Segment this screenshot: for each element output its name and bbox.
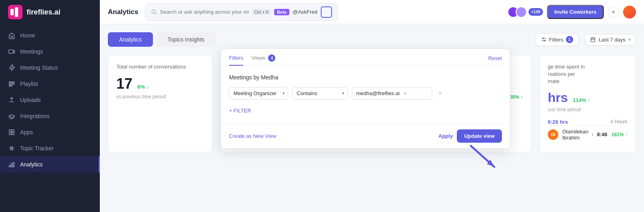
- sidebar-item-home[interactable]: Home: [0, 27, 100, 44]
- teammate-change-dir: ↑: [520, 94, 523, 100]
- user-avatar[interactable]: [623, 6, 636, 19]
- right-teammate-name: Olamilekan Ibrahim: [562, 129, 588, 141]
- svg-rect-11: [9, 165, 10, 167]
- right-stat-prev: ous time period: [548, 107, 627, 112]
- tab-topics-insights[interactable]: Topics Insights: [156, 32, 216, 47]
- svg-point-17: [543, 38, 544, 39]
- right-change-dir: ↑: [625, 132, 627, 137]
- stat-label: Total number of conversations: [116, 63, 204, 71]
- svg-rect-1: [10, 9, 14, 15]
- sidebar-item-uploads[interactable]: Uploads: [0, 92, 100, 108]
- right-stat-value-row: hrs 114% ↑: [548, 90, 627, 105]
- svg-rect-9: [9, 133, 11, 135]
- date-range-button[interactable]: Last 7 days ▾: [585, 34, 636, 46]
- square-button[interactable]: [321, 6, 332, 18]
- tab-analytics[interactable]: Analytics: [108, 32, 153, 47]
- total-conversations-card: Total number of conversations 17 6% ↑ vs…: [108, 55, 213, 152]
- right-stat-change: 114% ↑: [573, 97, 590, 103]
- logo[interactable]: fireflies.ai: [0, 0, 100, 24]
- right-stat-label: ge time spent inrsations permate: [548, 63, 627, 85]
- sidebar-item-uploads-label: Uploads: [20, 97, 41, 103]
- stat-change-pct: 6%: [138, 84, 145, 90]
- right-bar-wrap: [592, 133, 593, 136]
- main-content: Analytics Ctrl + K Beta @AskFred +149 In…: [100, 0, 644, 212]
- svg-point-14: [152, 10, 155, 13]
- svg-rect-5: [9, 83, 14, 85]
- sidebar-item-apps[interactable]: Apps: [0, 124, 100, 140]
- filter-view-name: Meetings by Medha: [229, 74, 502, 81]
- filters-button[interactable]: Filters 1: [536, 33, 578, 46]
- sidebar-item-playlist[interactable]: Playlist: [0, 76, 100, 92]
- sidebar-item-analytics[interactable]: Analytics: [0, 156, 100, 173]
- sidebar-item-topic-tracker[interactable]: Topic Tracker: [0, 140, 100, 156]
- apply-button[interactable]: Apply: [438, 133, 453, 139]
- update-view-button[interactable]: Update view: [457, 129, 502, 143]
- video-icon: [8, 48, 15, 55]
- search-bar[interactable]: Ctrl + K Beta @AskFred: [145, 3, 338, 21]
- stat-value: 17: [116, 75, 132, 92]
- beta-badge: Beta: [274, 9, 289, 15]
- hash-label: # Hours: [611, 119, 627, 125]
- add-button[interactable]: +: [608, 6, 619, 18]
- hash-icon: [8, 145, 15, 152]
- right-teammate-bar: [592, 133, 593, 136]
- header-actions: +149 Invite Coworkers +: [508, 5, 636, 19]
- invite-coworkers-button[interactable]: Invite Coworkers: [547, 5, 604, 19]
- logo-text: fireflies.ai: [27, 8, 60, 17]
- svg-rect-10: [12, 133, 14, 135]
- filter-value-input[interactable]: medha@fireflies.ai ×: [352, 87, 432, 100]
- filter-count: 1: [566, 36, 573, 43]
- svg-point-18: [544, 40, 545, 41]
- create-view-button[interactable]: Create as New View: [229, 133, 277, 139]
- list-icon: [8, 80, 15, 87]
- sidebar-item-meetings[interactable]: Meetings: [0, 44, 100, 60]
- search-icon: [151, 9, 157, 15]
- sidebar-item-integrations-label: Integrations: [20, 113, 50, 119]
- filter-tabs-bar: Filters Views 4 Reset: [221, 49, 510, 66]
- svg-rect-12: [11, 163, 12, 167]
- stat-change-dir: ↑: [147, 84, 149, 90]
- field-select[interactable]: Meeting Organizer Attendees Date Duratio…: [229, 87, 288, 100]
- sidebar: fireflies.ai Home Meetings Meeting Statu…: [0, 0, 100, 212]
- sidebar-item-topic-tracker-label: Topic Tracker: [20, 145, 54, 152]
- right-avatar: OI: [548, 129, 558, 140]
- right-change-pct: 161%: [611, 132, 624, 137]
- sidebar-item-meeting-status[interactable]: Meeting Status: [0, 60, 100, 76]
- filter-tab-views[interactable]: Views 4: [251, 54, 275, 66]
- chevron-down-icon: ▾: [629, 37, 631, 42]
- sidebar-item-meeting-status-label: Meeting Status: [20, 64, 58, 71]
- search-shortcut: Ctrl + K: [252, 9, 271, 15]
- page-body: Analytics Topics Insights Filters 1 Last…: [100, 24, 644, 212]
- operator-select[interactable]: Contains Does not contain Is Is not: [292, 87, 348, 100]
- filter-reset-button[interactable]: Reset: [488, 55, 502, 65]
- right-teammate-change: 161% ↑: [611, 132, 627, 137]
- svg-rect-4: [9, 82, 14, 83]
- sidebar-item-integrations[interactable]: Integrations: [0, 108, 100, 124]
- svg-rect-8: [12, 130, 14, 132]
- hrs-value: hrs: [548, 90, 568, 105]
- grid-icon: [8, 129, 15, 136]
- tabs-row: Analytics Topics Insights Filters 1 Last…: [108, 32, 636, 47]
- remove-row-button[interactable]: ×: [436, 89, 444, 98]
- right-teammate-value: 8:46: [597, 131, 607, 137]
- logo-icon: [8, 5, 23, 19]
- stat-prev: vs previous time period: [116, 94, 204, 100]
- svg-rect-6: [9, 85, 12, 87]
- header: Analytics Ctrl + K Beta @AskFred +149 In…: [100, 0, 644, 24]
- calendar-icon: [590, 37, 596, 42]
- svg-rect-19: [591, 38, 595, 42]
- remove-filter-button[interactable]: ×: [402, 90, 409, 97]
- operator-select-wrapper: Contains Does not contain Is Is not: [292, 87, 348, 100]
- right-stat-change-dir: ↑: [588, 97, 590, 103]
- page-title: Analytics: [108, 8, 138, 16]
- filter-dropdown: Filters Views 4 Reset Meetings by Medha …: [221, 48, 510, 149]
- filter-row: Meeting Organizer Attendees Date Duratio…: [229, 87, 502, 100]
- right-stat-card: ge time spent inrsations permate hrs 114…: [539, 55, 636, 152]
- svg-rect-7: [9, 130, 11, 132]
- filter-footer: Create as New View Apply Update view: [221, 123, 510, 148]
- add-filter-button[interactable]: + FILTER: [229, 106, 502, 115]
- avatar-count: +149: [528, 8, 543, 16]
- search-input[interactable]: [160, 9, 249, 15]
- filter-tab-filters[interactable]: Filters: [229, 55, 243, 66]
- sliders-icon: [541, 37, 547, 42]
